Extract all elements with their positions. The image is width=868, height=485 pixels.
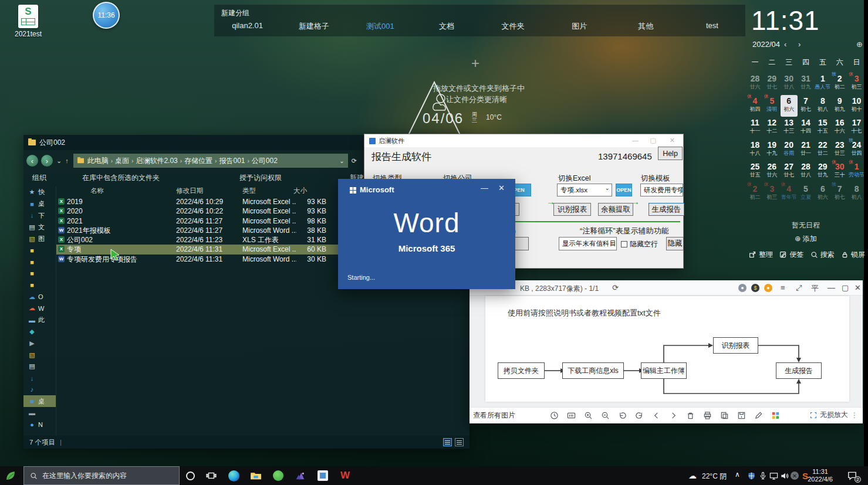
- calendar-month[interactable]: 2022/04: [752, 40, 780, 49]
- dialog-minimize-button[interactable]: —: [632, 137, 639, 144]
- recent-locations-icon[interactable]: ⌄: [56, 157, 62, 165]
- back-button[interactable]: ‹: [26, 155, 38, 167]
- apps-icon[interactable]: [771, 411, 780, 420]
- calendar-day-19[interactable]: 19十九: [764, 139, 781, 161]
- calendar-day-15[interactable]: 15十五: [814, 117, 831, 139]
- calendar-day-28[interactable]: 28廿六: [747, 73, 764, 95]
- green-app-icon[interactable]: [271, 469, 285, 483]
- column-header-修改日期[interactable]: 修改日期: [176, 186, 203, 195]
- word-minimize-button[interactable]: —: [481, 184, 488, 192]
- sidebar-item-此[interactable]: ▬此: [23, 314, 56, 326]
- delete-icon[interactable]: [685, 411, 695, 420]
- calendar-day-31[interactable]: 31廿九: [798, 73, 815, 95]
- column-header-大小[interactable]: 大小: [293, 186, 307, 195]
- rotate-left-icon[interactable]: [617, 411, 627, 420]
- breadcrumb-桌面[interactable]: 桌面: [115, 156, 129, 166]
- next-icon[interactable]: [668, 411, 678, 420]
- generate-report-button[interactable]: 生成报告: [649, 203, 684, 216]
- word-close-button[interactable]: ✕: [498, 184, 505, 192]
- sidebar-item-文[interactable]: ▤文: [23, 221, 56, 233]
- sidebar-item-video[interactable]: ▶: [23, 337, 56, 349]
- help-button[interactable]: Help: [658, 147, 683, 160]
- action-center-icon[interactable]: 2: [845, 469, 859, 483]
- calendar-next-icon[interactable]: ›: [798, 40, 801, 49]
- address-bar[interactable]: 此电脑›桌面›启澜软件2.03›存储位置›报告001›公司002 ⌄: [73, 154, 348, 168]
- calendar-prev-icon[interactable]: ‹: [784, 40, 786, 49]
- desktop-icon-2021test[interactable]: S 2021test: [9, 5, 47, 38]
- excel-combobox[interactable]: 专项.xlsx: [557, 184, 612, 196]
- calendar-day-8[interactable]: 8初八: [848, 183, 865, 205]
- calendar-day-1[interactable]: 1愚人节: [814, 73, 831, 95]
- calendar-day-25[interactable]: 25廿五: [747, 161, 764, 183]
- sidebar-item-folder[interactable]: ■: [23, 268, 56, 280]
- print-icon[interactable]: [702, 411, 712, 420]
- sidebar-item-桌[interactable]: ■桌: [23, 198, 56, 210]
- calendar-day-9[interactable]: 9初九: [831, 95, 848, 117]
- dialog-maximize-button[interactable]: ▢: [650, 137, 656, 144]
- column-header-名称[interactable]: 名称: [90, 186, 104, 195]
- calendar-day-3[interactable]: 休3初三: [848, 73, 865, 95]
- calendar-day-30[interactable]: 30廿八: [781, 73, 798, 95]
- calendar-tool-锁屏[interactable]: 锁屏: [841, 250, 865, 260]
- tab-test[interactable]: test: [679, 19, 745, 34]
- calendar-day-18[interactable]: 18十八: [747, 139, 764, 161]
- calendar-day-21[interactable]: 21廿一: [798, 139, 815, 161]
- calendar-day-2[interactable]: 休2初二: [747, 183, 764, 205]
- tab-图片[interactable]: 图片: [546, 19, 613, 34]
- sidebar-item-music[interactable]: ♪: [23, 384, 56, 396]
- menu-在库中包含所选的文件夹[interactable]: 在库中包含所选的文件夹: [82, 173, 160, 183]
- view-all-images-button[interactable]: 查看所有图片: [473, 411, 549, 420]
- breadcrumb-公司002[interactable]: 公司002: [252, 156, 278, 166]
- sidebar-item-folder[interactable]: ■: [23, 279, 56, 291]
- edit-icon[interactable]: [754, 411, 763, 420]
- sidebar-item-图[interactable]: ▧图: [23, 233, 56, 245]
- sidebar-item-W[interactable]: ☁W: [23, 303, 56, 314]
- viewer-close-button[interactable]: ✕: [855, 283, 861, 292]
- calendar-tool-整理[interactable]: 整理: [749, 250, 773, 260]
- calendar-day-16[interactable]: 16十六: [831, 117, 848, 139]
- sidebar-item-O[interactable]: ☁O: [23, 291, 56, 303]
- breadcrumb-报告001[interactable]: 报告001: [219, 156, 245, 166]
- actual-size-icon[interactable]: [566, 411, 576, 420]
- calendar-day-4[interactable]: 休4青年节: [781, 183, 798, 205]
- gold-coin-icon[interactable]: $: [751, 284, 759, 292]
- calendar-day-7[interactable]: 7初七: [798, 95, 815, 117]
- wps-icon[interactable]: W: [338, 469, 352, 483]
- breadcrumb-此电脑[interactable]: 此电脑: [87, 156, 109, 166]
- sidebar-item-N[interactable]: ●N: [23, 419, 56, 430]
- calendar-tool-搜索[interactable]: 搜索: [810, 250, 835, 260]
- sidebar-item-download[interactable]: ↓: [23, 372, 56, 384]
- refresh-icon[interactable]: ⟳: [352, 157, 357, 165]
- display-combobox[interactable]: 显示年末有值科目: [559, 237, 617, 250]
- calendar-day-29[interactable]: 29廿七: [764, 73, 781, 95]
- calendar-day-2[interactable]: 班2初二: [831, 73, 848, 95]
- avatar[interactable]: ●: [738, 284, 747, 292]
- calendar-day-5[interactable]: 休5清明: [764, 95, 781, 117]
- fullscreen-icon[interactable]: ⤢: [796, 283, 802, 293]
- cortana-icon[interactable]: [183, 469, 197, 483]
- calendar-day-29[interactable]: 29廿九: [814, 161, 831, 183]
- calendar-day-1[interactable]: 休1劳动节: [848, 161, 865, 183]
- sidebar-item-box3d[interactable]: ◆: [23, 326, 56, 338]
- calendar-day-26[interactable]: 26廿六: [764, 161, 781, 183]
- menu-组织[interactable]: 组织: [32, 173, 46, 183]
- previous-icon[interactable]: [651, 411, 661, 420]
- more-icon[interactable]: ⋮: [851, 411, 858, 419]
- calendar-tool-便签[interactable]: 便签: [779, 250, 803, 260]
- rotate-right-icon[interactable]: [634, 411, 644, 420]
- calendar-day-22[interactable]: 22廿二: [814, 139, 831, 161]
- calendar-add-schedule[interactable]: ⊕ 添加: [747, 234, 865, 244]
- hide-button[interactable]: 隐藏: [666, 237, 684, 250]
- tray-expand-icon[interactable]: ∧: [735, 470, 740, 479]
- tab-qilan2.01[interactable]: qilan2.01: [214, 19, 281, 34]
- up-button[interactable]: ↑: [65, 157, 69, 164]
- zoom-out-icon[interactable]: [600, 411, 610, 420]
- column-header-类型[interactable]: 类型: [242, 186, 256, 195]
- viewer-minimize-button[interactable]: —: [828, 283, 835, 292]
- calendar-day-24[interactable]: 班24廿四: [848, 139, 865, 161]
- edge-browser-icon[interactable]: [227, 469, 241, 483]
- forward-button[interactable]: ›: [41, 155, 53, 167]
- start-button[interactable]: [4, 469, 18, 483]
- pin-icon[interactable]: 平: [811, 283, 819, 294]
- calendar-day-28[interactable]: 28廿八: [798, 161, 815, 183]
